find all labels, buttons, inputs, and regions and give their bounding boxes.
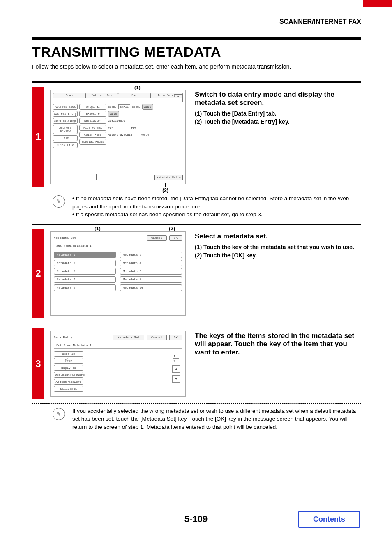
step1-dashed — [32, 191, 361, 191]
pencil-icon-2: ✎ — [53, 408, 65, 420]
step-2: 2 (1) (2) Metadata Set Cancel OK Set Nam… — [32, 229, 361, 318]
s2-ok-button[interactable]: OK — [169, 235, 182, 241]
s3-ok-button[interactable]: OK — [169, 335, 182, 340]
btn-quick-file[interactable]: Quick File — [53, 142, 78, 148]
s3-cancel-button[interactable]: Cancel — [147, 335, 167, 340]
meta-1[interactable]: Metadata 1 — [54, 252, 116, 258]
step-1: 1 (1) Scan Internet Fax Fax Data Entry ➜ — [32, 87, 361, 187]
meta-6[interactable]: Metadata 6 — [120, 268, 182, 275]
s2-title: Metadata Set — [54, 236, 144, 240]
meta-2[interactable]: Metadata 2 — [120, 252, 182, 258]
rule-top-thin — [32, 39, 361, 40]
step3-note: ✎ If you accidentally selected the wrong… — [32, 407, 361, 431]
label-scan: Scan: — [108, 105, 117, 109]
lead-text: Follow the steps below to select a metad… — [32, 63, 361, 70]
btn-file-format[interactable]: File Format — [79, 125, 106, 131]
step2-instr-1: (1) Touch the key of the metadata set th… — [195, 244, 361, 250]
step1-note: ✎ If no metadata sets have been stored, … — [32, 194, 361, 219]
val-ff-1: PDF — [108, 126, 113, 130]
rule-top-thick — [32, 37, 361, 39]
page-total: 2 — [173, 359, 175, 363]
step1-note-2: If a specific metadata set has been spec… — [72, 210, 361, 219]
touch-hand-icon: ☝ — [65, 355, 70, 366]
btn-color-mode[interactable]: Color Mode — [79, 132, 106, 138]
s2-cancel-button[interactable]: Cancel — [147, 235, 167, 241]
item-document-password[interactable]: DocumentPassword — [54, 372, 83, 378]
step2-instr-2: (2) Touch the [OK] key. — [195, 252, 361, 259]
s3-metadata-set-button[interactable]: Metadata Set — [113, 335, 144, 340]
step-1-number: 1 — [32, 87, 44, 187]
btn-file[interactable]: File — [53, 135, 78, 141]
step1-anno-2: (2) — [162, 182, 168, 193]
step1-instr-1: (1) Touch the [Data Entry] tab. — [195, 110, 361, 117]
meta-3[interactable]: Metadata 3 — [54, 260, 116, 266]
val-cm-2: Mono2 — [141, 133, 149, 136]
page-down-button[interactable]: ▼ — [172, 375, 180, 383]
tab-more-arrow-icon[interactable]: ➜ — [174, 94, 182, 99]
btn-exposure[interactable]: Exposure — [79, 111, 106, 117]
meta-4[interactable]: Metadata 4 — [120, 260, 182, 266]
btn-original[interactable]: Original — [79, 104, 106, 110]
meta-5[interactable]: Metadata 5 — [54, 268, 116, 275]
step1-screenshot: Scan Internet Fax Fax Data Entry ➜ Addre… — [50, 90, 186, 184]
step-3: 3 Data Entry Metadata Set Cancel OK Set … — [32, 328, 361, 399]
meta-9[interactable]: Metadata 9 — [54, 284, 116, 291]
val-scan-size: 8½x11 — [118, 104, 130, 109]
val-ff-2: PDF — [131, 126, 137, 130]
section-header: SCANNER/INTERNET FAX — [279, 18, 361, 25]
step3-dashed — [32, 403, 361, 404]
tab-fax[interactable]: Fax — [118, 92, 150, 98]
page-title: TRANSMITTING METADATA — [32, 44, 361, 60]
btn-address-review[interactable]: Address Review — [53, 125, 78, 134]
btn-metadata-entry[interactable]: Metadata Entry — [154, 175, 183, 180]
step3-screenshot: Data Entry Metadata Set Cancel OK Set Na… — [50, 331, 186, 397]
rule-sep — [32, 81, 361, 83]
contents-button[interactable]: Contents — [298, 511, 360, 528]
step1-note-1: If no metadata sets have been stored, th… — [72, 194, 361, 210]
s3-title: Data Entry — [54, 336, 111, 339]
pencil-icon: ✎ — [53, 195, 65, 208]
s3-set-name: Set Name:Metadata 1 — [54, 342, 182, 349]
step1-title: Switch to data entry mode and display th… — [195, 90, 361, 107]
item-access-password[interactable]: AccessPassword — [54, 379, 83, 385]
rule-after-1 — [32, 224, 361, 225]
label-send: Send: — [132, 105, 141, 109]
meta-7[interactable]: Metadata 7 — [54, 276, 116, 283]
item-bill-code-1[interactable]: BillCode1 — [54, 386, 83, 392]
page-current: 1 — [173, 354, 175, 358]
step-2-number: 2 — [32, 229, 44, 318]
rule-after-2 — [32, 324, 361, 324]
val-cm-1: Auto/Grayscale — [108, 133, 132, 136]
top-red-bar — [363, 0, 392, 7]
btn-send-settings[interactable]: Send Settings — [53, 118, 78, 124]
tab-scan[interactable]: Scan — [53, 92, 85, 98]
btn-address-entry[interactable]: Address Entry — [53, 111, 78, 117]
meta-10[interactable]: Metadata 10 — [120, 284, 182, 291]
val-resolution: 200X200dpi — [108, 119, 125, 123]
meta-8[interactable]: Metadata 8 — [120, 276, 182, 283]
step2-title: Select a metadata set. — [195, 232, 361, 240]
step3-note-text: If you accidentally selected the wrong m… — [72, 407, 361, 431]
btn-resolution[interactable]: Resolution — [79, 118, 106, 124]
val-exposure: Auto — [108, 111, 119, 117]
step2-screenshot: Metadata Set Cancel OK Set Name:Metadata… — [50, 231, 186, 316]
btn-address-book[interactable]: Address Book — [53, 104, 78, 110]
s2-set-name: Set Name:Metadata 1 — [54, 243, 182, 249]
page-up-button[interactable]: ▲ — [172, 365, 180, 373]
preview-icon[interactable] — [88, 174, 97, 180]
btn-special-modes[interactable]: Special Modes — [79, 139, 106, 145]
step1-instr-2: (2) Touch the [Metadata Entry] key. — [195, 118, 361, 125]
step-3-number: 3 — [32, 328, 44, 399]
tab-internet-fax[interactable]: Internet Fax — [85, 92, 118, 98]
step3-title: The keys of the items stored in the meta… — [195, 332, 361, 356]
val-send-auto: Auto — [142, 104, 153, 110]
